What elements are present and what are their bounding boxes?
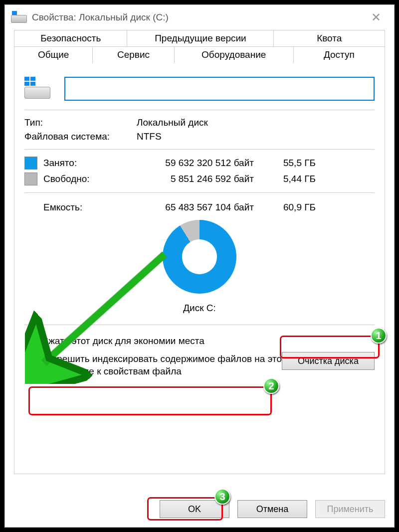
tab-previous-versions[interactable]: Предыдущие версии xyxy=(127,30,274,46)
free-swatch-icon xyxy=(24,173,37,185)
tab-general[interactable]: Общие xyxy=(14,46,93,63)
capacity-label: Емкость: xyxy=(43,202,133,213)
annotation-highlight-2 xyxy=(28,386,272,415)
donut-label: Диск C: xyxy=(183,303,216,314)
compress-label: Сжать этот диск для экономии места xyxy=(41,335,204,347)
free-gb: 5,44 ГБ xyxy=(261,174,321,184)
filesystem-value: NTFS xyxy=(137,131,375,142)
annotation-highlight-1 xyxy=(280,336,380,358)
titlebar: Свойства: Локальный диск (C:) ✕ xyxy=(5,5,394,30)
free-label: Свободно: xyxy=(43,174,133,184)
tab-hardware[interactable]: Оборудование xyxy=(175,46,294,63)
used-label: Занято: xyxy=(43,158,133,169)
drive-icon xyxy=(11,12,27,23)
cancel-button[interactable]: Отмена xyxy=(237,500,307,518)
separator xyxy=(24,192,375,193)
capacity-bytes: 65 483 567 104 байт xyxy=(137,202,257,213)
annotation-badge-3: 3 xyxy=(214,489,230,505)
free-bytes: 5 851 246 592 байт xyxy=(137,174,257,184)
close-button[interactable]: ✕ xyxy=(364,5,388,29)
filesystem-label: Файловая система: xyxy=(24,131,137,142)
type-value: Локальный диск xyxy=(137,117,375,128)
disk-usage-donut xyxy=(163,220,236,294)
separator xyxy=(24,110,375,110)
drive-icon-large xyxy=(24,79,50,99)
annotation-badge-1: 1 xyxy=(371,328,387,344)
tab-tools[interactable]: Сервис xyxy=(93,46,174,63)
tab-quota[interactable]: Квота xyxy=(274,30,385,46)
used-bytes: 59 632 320 512 байт xyxy=(137,158,257,169)
tab-sharing[interactable]: Доступ xyxy=(294,46,385,63)
drive-name-input[interactable] xyxy=(64,77,375,101)
used-swatch-icon xyxy=(24,157,37,170)
separator xyxy=(24,325,375,325)
tabs-row-top: Безопасность Предыдущие версии Квота xyxy=(14,30,385,46)
capacity-gb: 60,9 ГБ xyxy=(261,202,321,213)
compress-checkbox[interactable] xyxy=(26,336,37,347)
window-title: Свойства: Локальный диск (C:) xyxy=(32,12,169,23)
type-label: Тип: xyxy=(24,117,137,128)
tabs-row-bottom: Общие Сервис Оборудование Доступ xyxy=(14,46,385,63)
separator xyxy=(24,149,375,150)
properties-dialog: Свойства: Локальный диск (C:) ✕ Безопасн… xyxy=(4,4,395,528)
index-checkbox[interactable] xyxy=(26,354,37,365)
used-gb: 55,5 ГБ xyxy=(261,158,321,169)
annotation-highlight-3 xyxy=(147,497,223,521)
annotation-badge-2: 2 xyxy=(263,378,279,394)
tab-security[interactable]: Безопасность xyxy=(14,30,127,46)
apply-button: Применить xyxy=(315,500,385,518)
